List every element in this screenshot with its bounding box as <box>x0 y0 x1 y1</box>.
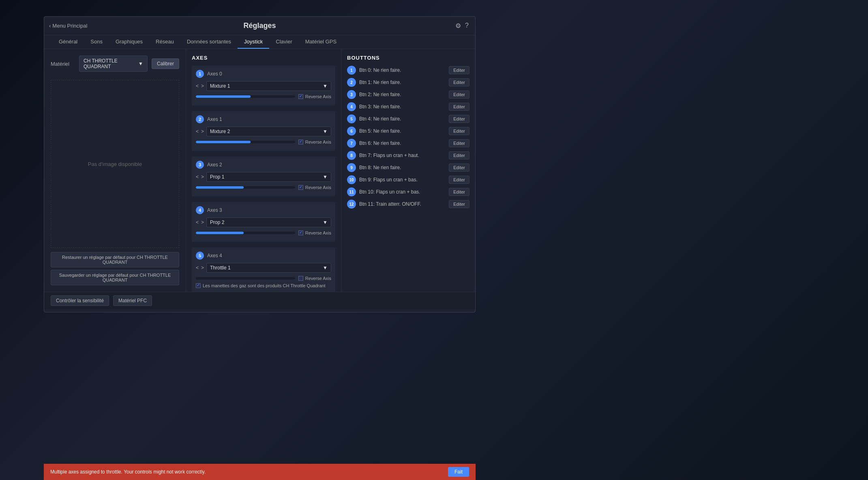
axis-right-arrow-0[interactable]: > <box>201 83 204 89</box>
warning-bar: Multiple axes assigned to throttle. Your… <box>44 464 476 480</box>
editer-button-11[interactable]: Editer <box>449 200 469 208</box>
editer-button-7[interactable]: Editer <box>449 151 469 159</box>
axes-title: AXES <box>192 55 335 61</box>
axis-right-arrow-4[interactable]: > <box>201 265 204 271</box>
axis-left-arrow-0[interactable]: < <box>196 83 199 89</box>
axis-dropdown-icon-0: ▼ <box>323 83 328 89</box>
axis-left-arrow-4[interactable]: < <box>196 265 199 271</box>
sensibility-button[interactable]: Contrôler la sensibilité <box>51 295 109 306</box>
editer-button-8[interactable]: Editer <box>449 164 469 172</box>
materiel-select[interactable]: CH THROTTLE QUADRANT ▼ <box>79 56 148 72</box>
save-button[interactable]: Sauvegarder un réglage par défaut pour C… <box>51 270 179 285</box>
filter-icon[interactable]: ⚙ <box>455 22 461 30</box>
left-panel: Matériel CH THROTTLE QUADRANT ▼ Calibrer… <box>44 49 186 292</box>
btn-label-0: Btn 0: Ne rien faire. <box>359 67 446 73</box>
tabs-bar: Général Sons Graphiques Réseau Données s… <box>44 35 475 49</box>
axis-right-arrow-1[interactable]: > <box>201 129 204 134</box>
btn-item-3: 4 Btn 3: Ne rien faire. Editer <box>347 102 469 111</box>
no-image-placeholder: Pas d'image disponible <box>51 80 179 248</box>
btn-label-1: Btn 1: Ne rien faire. <box>359 80 446 85</box>
btn-number-4: 5 <box>347 114 356 123</box>
calibrer-button[interactable]: Calibrer <box>152 58 179 69</box>
pfc-button[interactable]: Matériel PFC <box>113 295 152 306</box>
btn-item-7: 8 Btn 7: Flaps un cran + haut. Editer <box>347 151 469 160</box>
editer-button-9[interactable]: Editer <box>449 176 469 184</box>
btn-number-2: 3 <box>347 90 356 99</box>
btn-label-4: Btn 4: Ne rien faire. <box>359 116 446 122</box>
progress-bar-bg-4 <box>196 277 295 280</box>
tab-materiel-gps[interactable]: Matériel GPS <box>299 35 343 49</box>
progress-row-3: Reverse Axis <box>196 230 331 235</box>
axis-dropdown-2[interactable]: Prop 1 ▼ <box>206 172 331 182</box>
throttle-note-4: Les manettes des gaz sont des produits C… <box>196 283 331 288</box>
editer-button-4[interactable]: Editer <box>449 115 469 123</box>
restore-button[interactable]: Restaurer un réglage par défaut pour CH … <box>51 252 179 267</box>
editer-button-10[interactable]: Editer <box>449 188 469 196</box>
axis-header-3: 4 Axes 3 <box>196 206 331 214</box>
buttons-panel: BOUTTONS 1 Btn 0: Ne rien faire. Editer … <box>341 49 475 292</box>
tab-donnees[interactable]: Données sortantes <box>180 35 238 49</box>
axis-left-arrow-3[interactable]: < <box>196 220 199 225</box>
btn-label-8: Btn 8: Ne rien faire. <box>359 165 446 170</box>
tab-clavier[interactable]: Clavier <box>269 35 298 49</box>
axes-container: 1 Axes 0 < > Mixture 1 ▼ Reverse Axis 2 … <box>192 66 335 292</box>
throttle-checkbox-4[interactable] <box>196 283 201 288</box>
axis-dropdown-3[interactable]: Prop 2 ▼ <box>206 217 331 227</box>
axis-right-arrow-2[interactable]: > <box>201 174 204 180</box>
progress-bar-bg-3 <box>196 232 295 234</box>
btn-item-5: 6 Btn 5: Ne rien faire. Editer <box>347 127 469 136</box>
fait-button[interactable]: Fait <box>448 467 469 477</box>
reverse-row-1: Reverse Axis <box>298 140 331 144</box>
tab-graphiques[interactable]: Graphiques <box>109 35 149 49</box>
btn-label-10: Btn 10: Flaps un cran + bas. <box>359 189 446 195</box>
axis-number-3: 4 <box>196 206 204 214</box>
tab-joystick[interactable]: Joystick <box>238 35 269 49</box>
reverse-checkbox-1[interactable] <box>298 140 303 144</box>
tab-general[interactable]: Général <box>52 35 84 49</box>
btn-number-9: 10 <box>347 175 356 184</box>
axis-right-arrow-3[interactable]: > <box>201 220 204 225</box>
axis-dropdown-icon-4: ▼ <box>323 265 328 271</box>
axis-dropdown-1[interactable]: Mixture 2 ▼ <box>206 127 331 136</box>
axis-header-2: 3 Axes 2 <box>196 161 331 169</box>
btn-label-9: Btn 9: Flaps un cran + bas. <box>359 177 446 183</box>
axis-left-arrow-1[interactable]: < <box>196 129 199 134</box>
editer-button-6[interactable]: Editer <box>449 139 469 147</box>
reverse-checkbox-3[interactable] <box>298 230 303 235</box>
editer-button-1[interactable]: Editer <box>449 78 469 86</box>
back-button[interactable]: ‹ Menu Principal <box>49 23 87 29</box>
progress-bar-bg-2 <box>196 186 295 189</box>
axis-dropdown-0[interactable]: Mixture 1 ▼ <box>206 81 331 91</box>
axis-controls-4: < > Throttle 1 ▼ <box>196 263 331 273</box>
btn-item-6: 7 Btn 6: Ne rien faire. Editer <box>347 139 469 148</box>
main-area: AXES 1 Axes 0 < > Mixture 1 ▼ Reverse Ax… <box>186 49 475 292</box>
editer-button-3[interactable]: Editer <box>449 103 469 111</box>
axis-item-4: 5 Axes 4 < > Throttle 1 ▼ Reverse Axis L… <box>192 248 335 292</box>
help-icon[interactable]: ? <box>465 22 469 30</box>
throttle-note-text-4: Les manettes des gaz sont des produits C… <box>203 283 325 288</box>
axis-controls-3: < > Prop 2 ▼ <box>196 217 331 227</box>
editer-button-0[interactable]: Editer <box>449 66 469 74</box>
reverse-checkbox-0[interactable] <box>298 94 303 99</box>
btn-label-3: Btn 3: Ne rien faire. <box>359 104 446 110</box>
dialog-header: ‹ Menu Principal Réglages ⚙ ? <box>44 17 475 35</box>
editer-button-2[interactable]: Editer <box>449 90 469 99</box>
editer-button-5[interactable]: Editer <box>449 127 469 135</box>
btn-number-10: 11 <box>347 187 356 196</box>
reverse-label-3: Reverse Axis <box>305 230 331 235</box>
axis-item-2: 3 Axes 2 < > Prop 1 ▼ Reverse Axis <box>192 157 335 196</box>
axis-item-3: 4 Axes 3 < > Prop 2 ▼ Reverse Axis <box>192 202 335 242</box>
reverse-checkbox-4[interactable] <box>298 276 303 281</box>
progress-bar-fill-0 <box>196 95 251 98</box>
axis-dropdown-icon-2: ▼ <box>323 174 328 180</box>
materiel-dropdown-icon: ▼ <box>138 61 143 67</box>
axis-dropdown-4[interactable]: Throttle 1 ▼ <box>206 263 331 273</box>
tab-sons[interactable]: Sons <box>84 35 109 49</box>
axis-left-arrow-2[interactable]: < <box>196 174 199 180</box>
progress-bar-fill-1 <box>196 141 251 143</box>
reverse-checkbox-2[interactable] <box>298 185 303 190</box>
buttons-container: 1 Btn 0: Ne rien faire. Editer 2 Btn 1: … <box>347 66 469 209</box>
progress-bar-bg-1 <box>196 141 295 143</box>
btn-label-11: Btn 11: Train atterr. ON/OFF. <box>359 201 446 207</box>
tab-reseau[interactable]: Réseau <box>149 35 180 49</box>
